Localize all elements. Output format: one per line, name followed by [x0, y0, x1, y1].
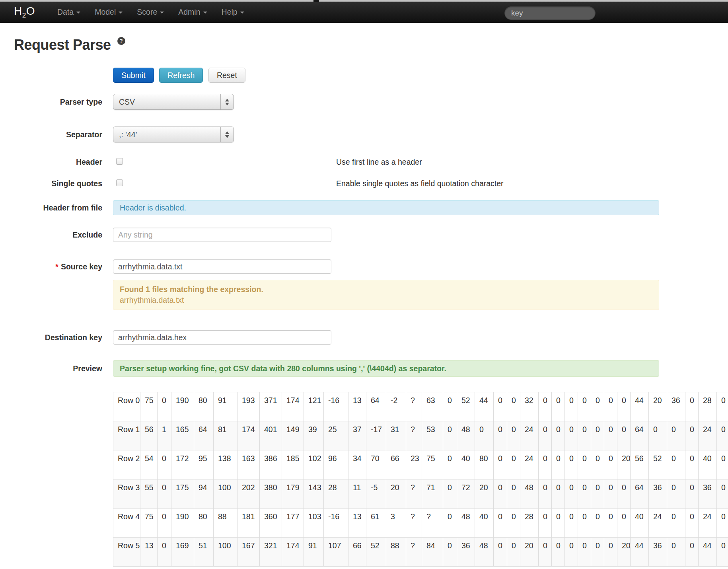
parser-type-row: Parser type CSV [0, 94, 728, 110]
table-cell: 102 [304, 450, 324, 479]
chevron-down-icon [203, 12, 207, 14]
table-cell: 121 [304, 392, 324, 421]
table-cell: 0 [552, 450, 565, 479]
header-from-file-row: Header from file Header is disabled. [0, 200, 728, 215]
chevron-down-icon [160, 12, 164, 14]
menu-data-label: Data [57, 8, 74, 16]
menu-admin-label: Admin [178, 8, 200, 16]
table-cell: 0 [591, 538, 604, 567]
source-key-label-text: Source key [61, 262, 102, 271]
table-cell: 0 [617, 479, 631, 509]
table-cell: 88 [386, 538, 406, 567]
table-cell: 0 [158, 538, 171, 567]
table-cell: ? [406, 538, 422, 567]
chevron-down-icon [76, 12, 80, 14]
table-cell: 40 [457, 450, 475, 479]
h2o-logo[interactable]: H2O [14, 5, 35, 19]
table-cell: 80 [475, 450, 494, 479]
table-cell: ? [406, 479, 422, 509]
table-cell: -17 [366, 421, 386, 450]
table-cell: 181 [237, 509, 260, 538]
key-search-input[interactable] [504, 6, 596, 20]
table-cell: 175 [171, 479, 194, 509]
menu-score[interactable]: Score [137, 8, 164, 17]
destination-key-label: Destination key [0, 330, 102, 345]
table-cell: 0 [667, 509, 685, 538]
table-cell: 81 [214, 421, 237, 450]
table-row: Row 3550175941002023801791432811-520?710… [113, 479, 728, 509]
menu-admin[interactable]: Admin [178, 8, 207, 17]
reset-button[interactable]: Reset [208, 68, 245, 83]
menu-data[interactable]: Data [57, 8, 80, 17]
table-cell: 91 [214, 392, 237, 421]
table-cell: 28 [699, 392, 717, 421]
table-cell: 0 [617, 392, 631, 421]
table-cell: 0 [494, 392, 507, 421]
table-cell: 174 [282, 538, 304, 567]
table-cell: 193 [237, 392, 260, 421]
source-key-input[interactable] [113, 259, 331, 274]
nav-menu: Data Model Score Admin Help [57, 8, 259, 17]
table-cell: 401 [260, 421, 282, 450]
menu-model[interactable]: Model [95, 8, 123, 17]
table-cell: 36 [649, 538, 667, 567]
table-cell: 36 [457, 538, 475, 567]
table-cell: 0 [604, 392, 617, 421]
form-actions: Submit Refresh Reset [113, 68, 249, 83]
table-cell: 0 [552, 479, 565, 509]
table-cell: -2 [386, 392, 406, 421]
single-quotes-label: Single quotes [0, 179, 102, 188]
table-cell: 0 [565, 392, 578, 421]
single-quotes-checkbox[interactable] [116, 179, 123, 186]
table-cell: 24 [699, 421, 717, 450]
header-checkbox[interactable] [116, 158, 123, 165]
table-cell: 179 [282, 479, 304, 509]
table-cell: 386 [260, 450, 282, 479]
table-cell: 0 [552, 509, 565, 538]
table-cell: 40 [475, 509, 494, 538]
table-cell: 13 [348, 392, 366, 421]
row-label: Row 0 [113, 392, 140, 421]
table-cell: -5 [366, 479, 386, 509]
table-cell: 0 [507, 421, 520, 450]
table-cell: 75 [140, 509, 158, 538]
table-cell: 53 [422, 421, 443, 450]
table-cell: 94 [194, 479, 214, 509]
table-cell: 51 [194, 538, 214, 567]
separator-select[interactable]: ,: '44' [113, 127, 234, 142]
refresh-button[interactable]: Refresh [159, 68, 203, 83]
parser-type-select[interactable]: CSV [113, 94, 234, 110]
table-cell: 0 [617, 509, 631, 538]
table-cell: 20 [386, 479, 406, 509]
table-cell: 172 [171, 450, 194, 479]
help-icon[interactable]: ? [117, 37, 125, 45]
table-cell: 0 [443, 538, 457, 567]
table-cell: 0 [565, 450, 578, 479]
table-cell: 0 [158, 392, 171, 421]
table-row: Row 254017295138163386185102963470662375… [113, 450, 728, 479]
table-cell: 169 [171, 538, 194, 567]
table-cell: 0 [591, 479, 604, 509]
single-quotes-description: Enable single quotes as field quotation … [336, 179, 504, 188]
table-cell: 0 [717, 538, 728, 567]
table-cell: 190 [171, 392, 194, 421]
table-cell: ? [406, 421, 422, 450]
preview-table: Row 07501908091193371174121-161364-2?630… [113, 392, 728, 567]
table-cell: 0 [539, 450, 552, 479]
preview-table-container[interactable]: Row 07501908091193371174121-161364-2?630… [113, 392, 728, 567]
table-cell: 84 [422, 538, 443, 567]
table-cell: 0 [578, 392, 591, 421]
table-row: Row 47501908088181360177103-1613613??048… [113, 509, 728, 538]
table-cell: 91 [304, 538, 324, 567]
table-row: Row 15611656481174401149392537-1731?5304… [113, 421, 728, 450]
destination-key-input[interactable] [113, 330, 331, 345]
table-cell: 13 [140, 538, 158, 567]
exclude-input[interactable] [113, 228, 331, 242]
table-cell: 0 [685, 450, 699, 479]
table-cell: 0 [685, 479, 699, 509]
submit-button[interactable]: Submit [113, 68, 154, 83]
menu-help[interactable]: Help [222, 8, 244, 17]
navbar: H2O Data Model Score Admin Help [0, 2, 728, 23]
table-cell: 165 [171, 421, 194, 450]
select-spinner-icon [220, 127, 234, 142]
